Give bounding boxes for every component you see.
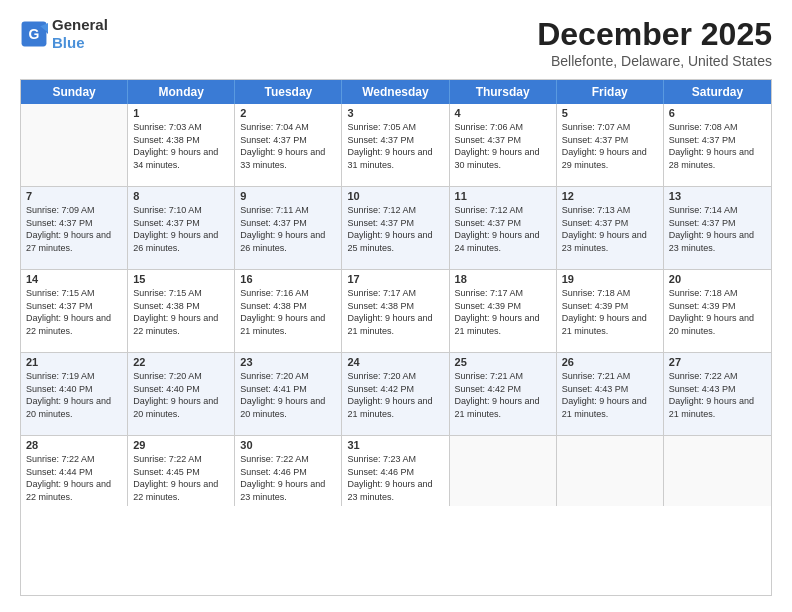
page: G General Blue December 2025 Bellefonte,… xyxy=(0,0,792,612)
sunset-text: Sunset: 4:37 PM xyxy=(347,217,443,230)
calendar-cell xyxy=(557,436,664,506)
calendar-cell: 22Sunrise: 7:20 AMSunset: 4:40 PMDayligh… xyxy=(128,353,235,435)
day-number: 25 xyxy=(455,356,551,368)
daylight-text: Daylight: 9 hours and 31 minutes. xyxy=(347,146,443,171)
daylight-text: Daylight: 9 hours and 21 minutes. xyxy=(347,395,443,420)
sunrise-text: Sunrise: 7:16 AM xyxy=(240,287,336,300)
title-block: December 2025 Bellefonte, Delaware, Unit… xyxy=(537,16,772,69)
day-number: 14 xyxy=(26,273,122,285)
calendar-cell: 9Sunrise: 7:11 AMSunset: 4:37 PMDaylight… xyxy=(235,187,342,269)
calendar-cell: 8Sunrise: 7:10 AMSunset: 4:37 PMDaylight… xyxy=(128,187,235,269)
header-monday: Monday xyxy=(128,80,235,104)
header-thursday: Thursday xyxy=(450,80,557,104)
day-number: 15 xyxy=(133,273,229,285)
logo-icon: G xyxy=(20,20,48,48)
day-number: 7 xyxy=(26,190,122,202)
day-number: 12 xyxy=(562,190,658,202)
sunset-text: Sunset: 4:37 PM xyxy=(26,300,122,313)
day-number: 8 xyxy=(133,190,229,202)
sunrise-text: Sunrise: 7:11 AM xyxy=(240,204,336,217)
calendar-cell: 27Sunrise: 7:22 AMSunset: 4:43 PMDayligh… xyxy=(664,353,771,435)
sunrise-text: Sunrise: 7:15 AM xyxy=(133,287,229,300)
header-sunday: Sunday xyxy=(21,80,128,104)
day-number: 2 xyxy=(240,107,336,119)
daylight-text: Daylight: 9 hours and 25 minutes. xyxy=(347,229,443,254)
calendar-cell xyxy=(450,436,557,506)
sunrise-text: Sunrise: 7:07 AM xyxy=(562,121,658,134)
sunset-text: Sunset: 4:39 PM xyxy=(455,300,551,313)
calendar-cell: 24Sunrise: 7:20 AMSunset: 4:42 PMDayligh… xyxy=(342,353,449,435)
sunrise-text: Sunrise: 7:17 AM xyxy=(455,287,551,300)
sunrise-text: Sunrise: 7:20 AM xyxy=(240,370,336,383)
calendar-cell: 13Sunrise: 7:14 AMSunset: 4:37 PMDayligh… xyxy=(664,187,771,269)
calendar-cell: 11Sunrise: 7:12 AMSunset: 4:37 PMDayligh… xyxy=(450,187,557,269)
daylight-text: Daylight: 9 hours and 33 minutes. xyxy=(240,146,336,171)
sunset-text: Sunset: 4:40 PM xyxy=(26,383,122,396)
sunset-text: Sunset: 4:38 PM xyxy=(347,300,443,313)
sunset-text: Sunset: 4:37 PM xyxy=(240,134,336,147)
daylight-text: Daylight: 9 hours and 23 minutes. xyxy=(347,478,443,503)
subtitle: Bellefonte, Delaware, United States xyxy=(537,53,772,69)
calendar-cell: 29Sunrise: 7:22 AMSunset: 4:45 PMDayligh… xyxy=(128,436,235,506)
header-friday: Friday xyxy=(557,80,664,104)
sunrise-text: Sunrise: 7:22 AM xyxy=(669,370,766,383)
calendar-cell: 18Sunrise: 7:17 AMSunset: 4:39 PMDayligh… xyxy=(450,270,557,352)
calendar-cell: 5Sunrise: 7:07 AMSunset: 4:37 PMDaylight… xyxy=(557,104,664,186)
sunset-text: Sunset: 4:40 PM xyxy=(133,383,229,396)
sunset-text: Sunset: 4:38 PM xyxy=(133,300,229,313)
day-number: 5 xyxy=(562,107,658,119)
daylight-text: Daylight: 9 hours and 21 minutes. xyxy=(562,395,658,420)
calendar-cell: 19Sunrise: 7:18 AMSunset: 4:39 PMDayligh… xyxy=(557,270,664,352)
daylight-text: Daylight: 9 hours and 30 minutes. xyxy=(455,146,551,171)
daylight-text: Daylight: 9 hours and 22 minutes. xyxy=(133,312,229,337)
sunrise-text: Sunrise: 7:20 AM xyxy=(347,370,443,383)
sunrise-text: Sunrise: 7:10 AM xyxy=(133,204,229,217)
logo: G General Blue xyxy=(20,16,108,52)
daylight-text: Daylight: 9 hours and 20 minutes. xyxy=(669,312,766,337)
calendar-cell: 25Sunrise: 7:21 AMSunset: 4:42 PMDayligh… xyxy=(450,353,557,435)
calendar-cell: 2Sunrise: 7:04 AMSunset: 4:37 PMDaylight… xyxy=(235,104,342,186)
sunset-text: Sunset: 4:37 PM xyxy=(669,134,766,147)
sunset-text: Sunset: 4:43 PM xyxy=(562,383,658,396)
daylight-text: Daylight: 9 hours and 20 minutes. xyxy=(26,395,122,420)
sunset-text: Sunset: 4:39 PM xyxy=(562,300,658,313)
sunrise-text: Sunrise: 7:21 AM xyxy=(455,370,551,383)
header-wednesday: Wednesday xyxy=(342,80,449,104)
calendar-cell: 12Sunrise: 7:13 AMSunset: 4:37 PMDayligh… xyxy=(557,187,664,269)
sunset-text: Sunset: 4:37 PM xyxy=(562,134,658,147)
sunrise-text: Sunrise: 7:04 AM xyxy=(240,121,336,134)
sunrise-text: Sunrise: 7:21 AM xyxy=(562,370,658,383)
daylight-text: Daylight: 9 hours and 21 minutes. xyxy=(455,395,551,420)
sunset-text: Sunset: 4:37 PM xyxy=(347,134,443,147)
sunset-text: Sunset: 4:45 PM xyxy=(133,466,229,479)
day-number: 20 xyxy=(669,273,766,285)
sunset-text: Sunset: 4:46 PM xyxy=(347,466,443,479)
sunrise-text: Sunrise: 7:09 AM xyxy=(26,204,122,217)
calendar-cell: 23Sunrise: 7:20 AMSunset: 4:41 PMDayligh… xyxy=(235,353,342,435)
calendar-cell: 16Sunrise: 7:16 AMSunset: 4:38 PMDayligh… xyxy=(235,270,342,352)
calendar-cell xyxy=(664,436,771,506)
calendar-cell: 30Sunrise: 7:22 AMSunset: 4:46 PMDayligh… xyxy=(235,436,342,506)
calendar-header: Sunday Monday Tuesday Wednesday Thursday… xyxy=(21,80,771,104)
day-number: 26 xyxy=(562,356,658,368)
day-number: 13 xyxy=(669,190,766,202)
calendar-cell: 7Sunrise: 7:09 AMSunset: 4:37 PMDaylight… xyxy=(21,187,128,269)
calendar-row-3: 14Sunrise: 7:15 AMSunset: 4:37 PMDayligh… xyxy=(21,270,771,353)
sunrise-text: Sunrise: 7:20 AM xyxy=(133,370,229,383)
sunrise-text: Sunrise: 7:22 AM xyxy=(240,453,336,466)
day-number: 3 xyxy=(347,107,443,119)
day-number: 17 xyxy=(347,273,443,285)
daylight-text: Daylight: 9 hours and 22 minutes. xyxy=(26,478,122,503)
calendar-cell: 28Sunrise: 7:22 AMSunset: 4:44 PMDayligh… xyxy=(21,436,128,506)
sunset-text: Sunset: 4:37 PM xyxy=(455,217,551,230)
logo-general: General xyxy=(52,16,108,33)
calendar-cell: 20Sunrise: 7:18 AMSunset: 4:39 PMDayligh… xyxy=(664,270,771,352)
day-number: 30 xyxy=(240,439,336,451)
day-number: 11 xyxy=(455,190,551,202)
daylight-text: Daylight: 9 hours and 22 minutes. xyxy=(26,312,122,337)
calendar-cell: 1Sunrise: 7:03 AMSunset: 4:38 PMDaylight… xyxy=(128,104,235,186)
calendar-cell: 31Sunrise: 7:23 AMSunset: 4:46 PMDayligh… xyxy=(342,436,449,506)
sunset-text: Sunset: 4:44 PM xyxy=(26,466,122,479)
day-number: 22 xyxy=(133,356,229,368)
day-number: 9 xyxy=(240,190,336,202)
